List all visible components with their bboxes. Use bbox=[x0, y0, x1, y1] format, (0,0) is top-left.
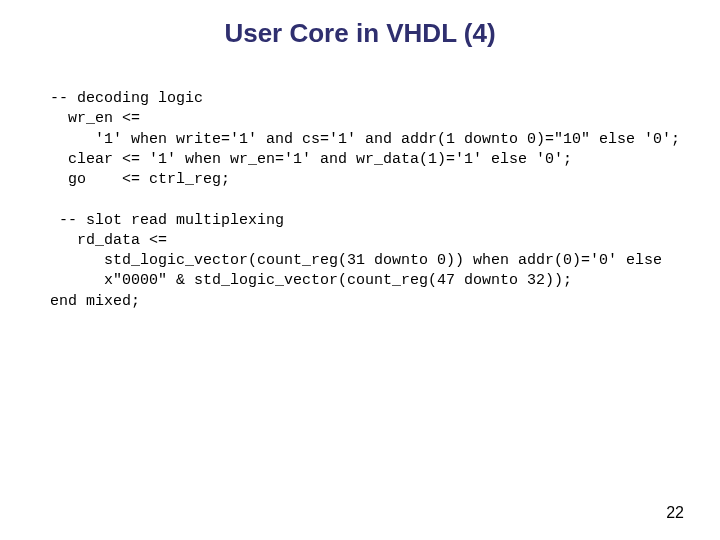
code-line: -- decoding logic bbox=[50, 90, 203, 107]
code-line: std_logic_vector(count_reg(31 downto 0))… bbox=[50, 252, 662, 269]
code-line: wr_en <= bbox=[50, 110, 140, 127]
code-line: go <= ctrl_reg; bbox=[50, 171, 230, 188]
code-line: rd_data <= bbox=[50, 232, 167, 249]
code-line: x"0000" & std_logic_vector(count_reg(47 … bbox=[50, 272, 572, 289]
page-number: 22 bbox=[666, 504, 684, 522]
code-line: clear <= '1' when wr_en='1' and wr_data(… bbox=[50, 151, 572, 168]
slide: User Core in VHDL (4) -- decoding logic … bbox=[0, 0, 720, 540]
code-line: -- slot read multiplexing bbox=[50, 212, 284, 229]
code-block: -- decoding logic wr_en <= '1' when writ… bbox=[0, 59, 720, 312]
slide-title: User Core in VHDL (4) bbox=[0, 0, 720, 59]
code-line: end mixed; bbox=[50, 293, 140, 310]
code-line: '1' when write='1' and cs='1' and addr(1… bbox=[50, 131, 680, 148]
